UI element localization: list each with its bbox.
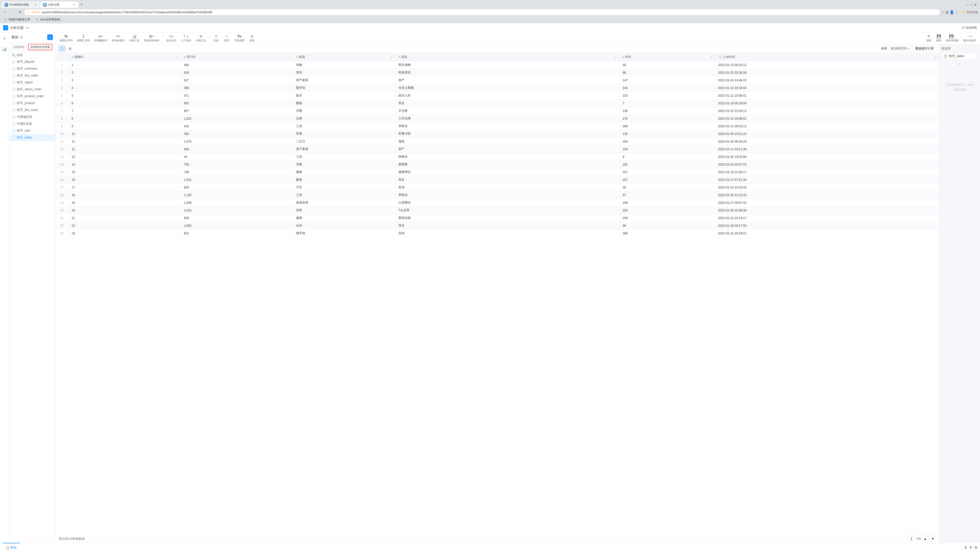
col-header-duration[interactable]: # 时长 ▾ xyxy=(619,53,715,61)
col-header-desc[interactable]: T 描述 ▾ xyxy=(395,53,619,61)
file-list-item[interactable]: 📄 快手_dispute xyxy=(9,59,56,65)
toolbar-item-formula[interactable]: fx 新增公式列 xyxy=(58,33,75,43)
file-list-item[interactable]: 📄 快手_return_order xyxy=(9,86,56,93)
cell-uid: 759 xyxy=(181,161,293,168)
view-table-button[interactable]: ☰ xyxy=(59,46,65,51)
toolbar-item-group-chart[interactable]: 📊 分组汇总 xyxy=(127,33,142,43)
bottom-action-1[interactable]: ⬇ xyxy=(964,545,967,549)
file-list-item[interactable]: 📄 快手_report xyxy=(9,79,56,86)
close-button[interactable]: ✕ xyxy=(974,3,977,7)
table-panel: ☰ ⊞ 使用 前1000万行 ▾ 数据进行计算 xyxy=(56,44,939,543)
side-icon-chart[interactable]: 📊 xyxy=(1,45,8,52)
page-next-button[interactable]: ▼ xyxy=(929,536,936,541)
view-card-button[interactable]: ⊞ xyxy=(67,46,73,51)
cell-rownum: 8 xyxy=(56,115,68,122)
bookmark-2[interactable]: ☕ Java互联网架构... xyxy=(34,17,64,22)
toolbar-item-value[interactable]: A+ 新增赋值列 xyxy=(92,33,109,43)
maximize-button[interactable]: □ xyxy=(970,3,972,6)
col-header-uid[interactable]: # 用户ID ▾ xyxy=(181,53,293,61)
forward-button[interactable]: → xyxy=(10,10,16,15)
side-icon-data[interactable]: ≡ xyxy=(2,35,7,42)
file-list-item[interactable]: 📄 快手_product_order xyxy=(9,93,56,100)
cell-title: 健康 xyxy=(293,168,395,176)
toolbar-item-sort[interactable]: ↕ 排序 xyxy=(221,33,232,43)
cell-uploadtime: 2022-01-22 23:19:17 xyxy=(715,214,939,222)
file-list-item[interactable]: 📄 快手_comment xyxy=(9,65,56,72)
browser-tab-active[interactable]: 📊 分析主题 ✕ xyxy=(40,2,78,8)
cell-desc: 看病治病 xyxy=(395,214,619,222)
bookmark-1[interactable]: 🛒 电商618数据大屏 xyxy=(3,17,32,22)
bottom-action-2[interactable]: ⬆ xyxy=(969,545,972,549)
save-all-update-button[interactable]: 全部保存并更新 xyxy=(28,44,52,50)
col-time-dropdown[interactable]: ▾ xyxy=(935,56,936,59)
more-options-button[interactable]: ••• xyxy=(25,26,29,30)
right-panel: 数据源 📋 快手_video + 支持快捷键Ctrl、Shift 多选添加 xyxy=(939,44,980,543)
col-header-uploadtime[interactable]: 🕐 上传时间 ▾ xyxy=(715,53,939,61)
settings-icon[interactable]: ⚙ xyxy=(20,35,23,39)
cell-uploadtime: 2022-01-22 02:38:36 xyxy=(715,69,939,76)
file-list-item[interactable]: 📄 中国地区表 xyxy=(9,114,56,121)
save-button[interactable]: 💾 保存 xyxy=(934,33,943,43)
menu-button[interactable]: ⋮ xyxy=(955,10,959,15)
file-drag-handle[interactable]: ⋮⋮ xyxy=(47,136,53,140)
file-list-item[interactable]: 📄 快手_product xyxy=(9,100,56,106)
topbar-lineage-button[interactable]: 🔗血缘视图 xyxy=(961,26,977,30)
bottom-action-3[interactable]: ⊞ xyxy=(974,545,977,549)
file-list-item[interactable]: 📄 中国区县表 xyxy=(9,121,56,127)
toolbar-item-field[interactable]: To 字段设置 xyxy=(232,33,247,43)
cell-rownum: 11 xyxy=(56,138,68,145)
col-desc-dropdown[interactable]: ▾ xyxy=(615,56,616,59)
minimize-button[interactable]: ─ xyxy=(966,3,969,7)
toolbar-item-cond[interactable]: ≡+ 条件标签列 xyxy=(110,33,127,43)
col-duration-dropdown[interactable]: ▾ xyxy=(711,56,712,59)
browser-tab-inactive[interactable]: BI FineBI商业智能 ✕ xyxy=(2,2,40,8)
toolbar-item-group-agg[interactable]: ≋ 分组汇总 xyxy=(194,33,208,43)
save-all-button[interactable]: 全部保存 xyxy=(11,44,27,50)
col-title-dropdown[interactable]: ▾ xyxy=(391,56,392,59)
toolbar-item-tb[interactable]: ⊤⊥ 上下合并 xyxy=(179,33,193,43)
bookmark-button[interactable]: ☆ xyxy=(941,10,945,14)
page-number-input[interactable] xyxy=(907,536,916,541)
bottom-nav-data[interactable]: 📋 数据 xyxy=(3,543,20,551)
toolbar-item-other[interactable]: ⊞+ 其他表添加列 xyxy=(142,33,161,43)
address-bar[interactable]: ⚠ 不安全 spark03:8080/finebi/decision/v5/co… xyxy=(24,9,940,16)
toolbar-item-filter[interactable]: ▽ 过滤 xyxy=(211,33,221,43)
col-uid-dropdown[interactable]: ▾ xyxy=(288,56,290,59)
compute-button[interactable]: 数据进行计算 xyxy=(913,46,936,52)
exit-publish-button[interactable]: →✓ 退出并发布 xyxy=(961,33,978,43)
group-agg-label: 分组汇总 xyxy=(196,39,206,42)
limit-selector[interactable]: 前1000万行 ▾ xyxy=(889,46,912,52)
toolbar-item-more[interactable]: ⊙ 更多 xyxy=(247,33,257,43)
col-header-title[interactable]: T 标题 ▾ xyxy=(293,53,395,61)
cell-uid: 1,036 xyxy=(181,199,293,206)
add-data-button[interactable]: + xyxy=(47,35,53,40)
datasource-item[interactable]: 📋 快手_video xyxy=(942,53,978,60)
file-list-item[interactable]: 📄 快手_live_room xyxy=(9,106,56,114)
profile-button[interactable]: 👤 xyxy=(950,10,954,14)
new-tab-button[interactable]: + xyxy=(78,1,85,8)
search-input[interactable] xyxy=(17,53,55,57)
cell-duration: 59 xyxy=(619,61,715,69)
toolbar-item-agg[interactable]: Σ 新增汇总列 xyxy=(75,33,92,43)
col-vid-dropdown[interactable]: ▾ xyxy=(176,56,177,59)
reload-button[interactable]: ↻ xyxy=(18,10,23,15)
tab-close-2[interactable]: ✕ xyxy=(73,3,75,6)
extensions-button[interactable]: ⊞ xyxy=(945,10,948,14)
toolbar-item-lr[interactable]: ⊣⊢ 左右合并 xyxy=(164,33,178,43)
add-source-button[interactable]: + xyxy=(942,62,978,67)
file-list-item[interactable]: 📄 快手_live_order xyxy=(9,72,56,79)
cell-uid: 1,010 xyxy=(181,206,293,214)
back-button[interactable]: ← xyxy=(2,10,9,15)
refresh-button[interactable]: ↻ 刷新 xyxy=(924,33,934,43)
save-update-button[interactable]: 💾↑ 保存并更新 xyxy=(944,33,961,43)
tab-close-1[interactable]: ✕ xyxy=(35,3,37,6)
cell-title: 军事 xyxy=(293,130,395,138)
cell-vid: 15 xyxy=(68,168,181,176)
cell-uploadtime: 2022-01-11 09:53:13 xyxy=(715,122,939,130)
more-label: 更多 xyxy=(250,39,255,42)
page-prev-button[interactable]: ▲ xyxy=(922,536,928,541)
file-list-item[interactable]: 📄 快手_user xyxy=(9,127,56,134)
col-header-vid[interactable]: # 视频ID ▾ xyxy=(68,53,181,61)
cell-vid: 2 xyxy=(68,69,181,76)
file-list-item[interactable]: 📄 快手_video ⋮⋮ xyxy=(9,134,56,141)
